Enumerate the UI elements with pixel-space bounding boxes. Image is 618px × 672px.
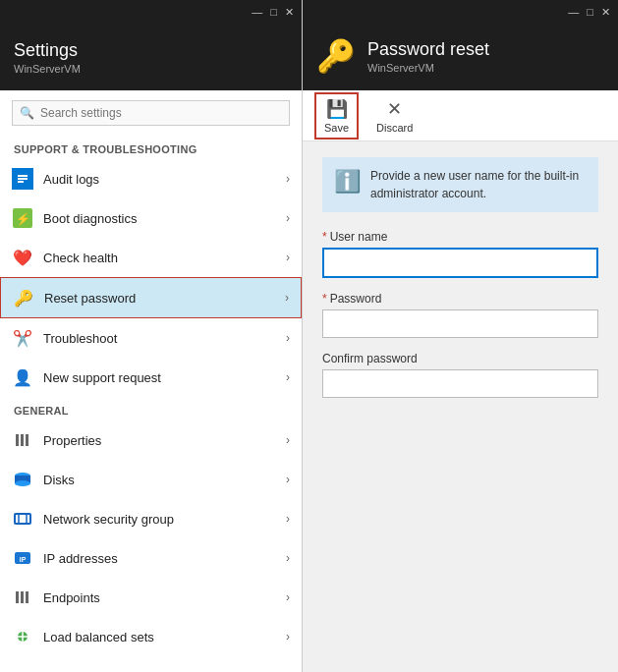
confirm-password-label-text: Confirm password xyxy=(322,352,418,365)
svg-rect-16 xyxy=(21,591,24,603)
check-health-chevron: › xyxy=(286,251,290,264)
save-button[interactable]: 💾 Save xyxy=(314,92,359,140)
save-icon: 💾 xyxy=(326,98,348,120)
svg-text:⚡: ⚡ xyxy=(16,211,30,226)
new-support-request-chevron: › xyxy=(286,370,290,384)
audit-logs-icon xyxy=(12,168,33,190)
save-label: Save xyxy=(324,122,349,134)
menu-item-audit-logs[interactable]: Audit logs › xyxy=(0,159,302,198)
right-titlebar: — □ ✕ xyxy=(303,0,618,24)
right-header: 🔑 Password reset WinServerVM xyxy=(303,24,618,90)
username-input[interactable] xyxy=(322,248,598,278)
close-icon-left[interactable]: ✕ xyxy=(285,6,294,19)
info-icon: ℹ️ xyxy=(334,169,361,195)
load-balanced-sets-label: Load balanced sets xyxy=(43,630,286,644)
svg-rect-6 xyxy=(16,434,19,446)
search-icon: 🔍 xyxy=(20,106,34,120)
menu-item-properties[interactable]: Properties › xyxy=(0,420,302,460)
section-general-header: GENERAL xyxy=(0,397,302,420)
section-support-header: SUPPORT & TROUBLESHOOTING xyxy=(0,136,302,159)
menu-item-reset-password[interactable]: 🔑 Reset password › xyxy=(0,277,302,318)
username-label: * User name xyxy=(322,230,598,244)
menu-item-endpoints[interactable]: Endpoints › xyxy=(0,578,302,617)
check-health-label: Check health xyxy=(43,251,286,265)
left-panel-subtitle: WinServerVM xyxy=(14,63,288,75)
search-input[interactable] xyxy=(12,100,290,126)
audit-logs-chevron: › xyxy=(286,172,290,186)
new-support-request-label: New support request xyxy=(43,370,286,385)
svg-rect-3 xyxy=(18,181,24,183)
menu-item-load-balanced-sets[interactable]: Load balanced sets › xyxy=(0,617,302,656)
password-label-text: Password xyxy=(330,292,382,306)
left-panel-title: Settings xyxy=(14,40,288,61)
discard-label: Discard xyxy=(376,122,413,134)
left-header: Settings WinServerVM xyxy=(0,24,302,90)
properties-icon xyxy=(12,429,33,451)
properties-chevron: › xyxy=(286,433,290,447)
svg-text:IP: IP xyxy=(20,556,27,563)
menu-item-boot-diagnostics[interactable]: ⚡ Boot diagnostics › xyxy=(0,198,302,238)
svg-rect-15 xyxy=(16,591,19,603)
menu-item-check-health[interactable]: ❤️ Check health › xyxy=(0,238,302,277)
svg-point-11 xyxy=(15,480,30,486)
right-content: ℹ️ Provide a new user name for the built… xyxy=(303,141,618,672)
ip-addresses-label: IP addresses xyxy=(43,551,286,566)
menu-item-disks[interactable]: Disks › xyxy=(0,460,302,499)
username-group: * User name xyxy=(322,230,598,278)
boot-diagnostics-chevron: › xyxy=(286,211,290,225)
nsg-label: Network security group xyxy=(43,512,286,527)
endpoints-icon xyxy=(12,587,33,608)
minimize-icon-left[interactable]: — xyxy=(252,6,262,18)
check-health-icon: ❤️ xyxy=(12,247,33,268)
ip-addresses-chevron: › xyxy=(286,551,290,565)
boot-diagnostics-icon: ⚡ xyxy=(12,207,33,229)
reset-password-icon: 🔑 xyxy=(13,287,34,308)
endpoints-label: Endpoints xyxy=(43,590,286,605)
confirm-password-label: Confirm password xyxy=(322,352,598,365)
disks-icon xyxy=(12,469,33,490)
menu-item-nsg[interactable]: Network security group › xyxy=(0,499,302,538)
info-text: Provide a new user name for the built-in… xyxy=(370,167,587,202)
password-label: * Password xyxy=(322,292,598,306)
svg-rect-8 xyxy=(26,434,28,446)
right-panel-title: Password reset xyxy=(367,39,489,60)
svg-rect-2 xyxy=(18,178,28,180)
menu-item-new-support-request[interactable]: 👤 New support request › xyxy=(0,358,302,397)
menu-item-troubleshoot[interactable]: ✂️ Troubleshoot › xyxy=(0,318,302,358)
toolbar: 💾 Save ✕ Discard xyxy=(303,90,618,141)
svg-rect-12 xyxy=(15,514,30,524)
ip-addresses-icon: IP xyxy=(12,547,33,569)
right-header-text: Password reset WinServerVM xyxy=(367,39,489,74)
nsg-chevron: › xyxy=(286,512,290,526)
properties-label: Properties xyxy=(43,433,286,448)
menu-item-ip-addresses[interactable]: IP IP addresses › xyxy=(0,538,302,578)
nsg-icon xyxy=(12,508,33,530)
audit-logs-label: Audit logs xyxy=(43,172,286,187)
reset-password-chevron: › xyxy=(285,291,289,305)
troubleshoot-label: Troubleshoot xyxy=(43,331,286,346)
svg-rect-7 xyxy=(21,434,24,446)
boot-diagnostics-label: Boot diagnostics xyxy=(43,211,286,226)
disks-chevron: › xyxy=(286,473,290,486)
username-label-text: User name xyxy=(330,230,388,244)
right-panel: — □ ✕ 🔑 Password reset WinServerVM 💾 Sav… xyxy=(303,0,618,672)
key-icon: 🔑 xyxy=(316,40,356,72)
discard-button[interactable]: ✕ Discard xyxy=(366,92,422,140)
discard-icon: ✕ xyxy=(387,98,402,120)
maximize-icon-left[interactable]: □ xyxy=(270,6,277,18)
reset-password-label: Reset password xyxy=(44,291,285,306)
maximize-icon-right[interactable]: □ xyxy=(587,6,593,18)
search-box: 🔍 xyxy=(12,100,290,126)
close-icon-right[interactable]: ✕ xyxy=(601,6,610,19)
minimize-icon-right[interactable]: — xyxy=(568,6,579,18)
svg-rect-1 xyxy=(18,175,28,177)
confirm-password-group: Confirm password xyxy=(322,352,598,398)
password-input[interactable] xyxy=(322,309,598,338)
password-required: * xyxy=(322,292,327,306)
troubleshoot-icon: ✂️ xyxy=(12,327,33,349)
new-support-request-icon: 👤 xyxy=(12,366,33,388)
disks-label: Disks xyxy=(43,473,286,487)
confirm-password-input[interactable] xyxy=(322,369,598,398)
load-balanced-sets-chevron: › xyxy=(286,630,290,644)
username-required: * xyxy=(322,230,327,244)
